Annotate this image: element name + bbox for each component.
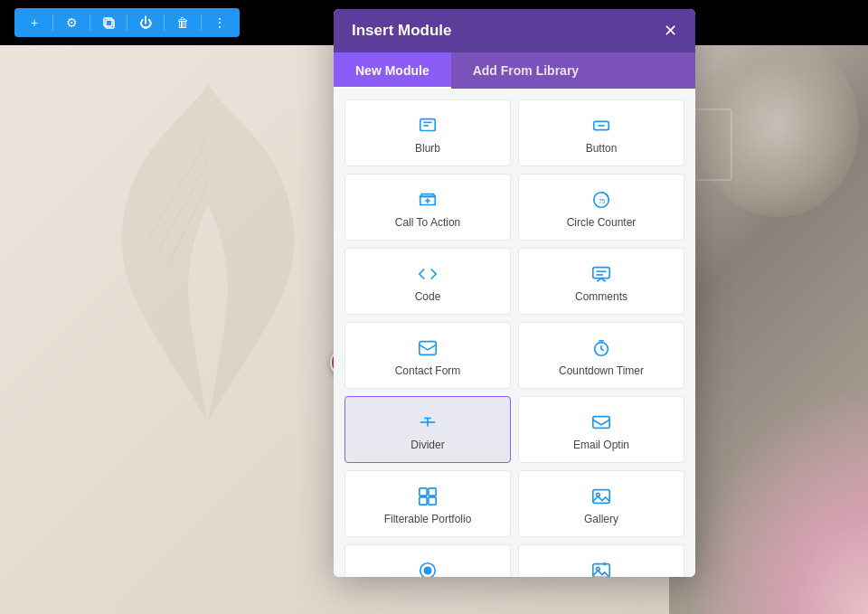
button-label: Button xyxy=(586,142,618,155)
svg-rect-23 xyxy=(420,497,427,505)
insert-module-modal: Insert Module ✕ New Module Add From Libr… xyxy=(334,9,695,577)
comments-label: Comments xyxy=(575,290,627,303)
svg-rect-11 xyxy=(593,268,609,279)
code-icon xyxy=(415,263,440,285)
filterable-portfolio-icon xyxy=(415,486,440,507)
module-item-countdown-timer[interactable]: Countdown Timer xyxy=(518,322,684,389)
module-item-button[interactable]: Button xyxy=(518,99,684,166)
modal-overlay: Insert Module ✕ New Module Add From Libr… xyxy=(0,0,868,614)
module-grid: Blurb Button Call To Action xyxy=(344,99,684,577)
cta-label: Call To Action xyxy=(395,216,461,229)
module-item-comments[interactable]: Comments xyxy=(518,248,684,315)
svg-text:75: 75 xyxy=(599,198,606,204)
module-item-circle-counter[interactable]: 75 Circle Counter xyxy=(518,174,684,241)
module-item-cta[interactable]: Call To Action xyxy=(344,174,511,241)
email-optin-icon xyxy=(589,411,614,433)
icon-module-icon xyxy=(415,560,440,577)
countdown-timer-label: Countdown Timer xyxy=(559,364,644,377)
blurb-label: Blurb xyxy=(415,142,440,155)
tab-new-module[interactable]: New Module xyxy=(334,52,451,89)
module-item-divider[interactable]: Divider xyxy=(344,396,511,463)
svg-rect-2 xyxy=(420,119,436,131)
circle-counter-icon: 75 xyxy=(589,189,614,211)
svg-rect-14 xyxy=(420,342,436,355)
module-item-email-optin[interactable]: Email Optin xyxy=(518,396,684,463)
svg-rect-24 xyxy=(429,497,436,505)
contact-form-icon xyxy=(415,337,440,359)
module-item-icon[interactable]: Icon xyxy=(344,544,511,577)
modal-header: Insert Module ✕ xyxy=(334,9,695,52)
divider-icon xyxy=(415,411,440,433)
divider-label: Divider xyxy=(410,439,444,451)
svg-rect-21 xyxy=(420,488,427,496)
module-item-contact-form[interactable]: Contact Form xyxy=(344,322,511,389)
blurb-icon xyxy=(415,115,440,137)
code-label: Code xyxy=(415,290,441,303)
module-item-gallery[interactable]: Gallery xyxy=(518,470,684,537)
countdown-timer-icon xyxy=(589,337,614,359)
svg-rect-20 xyxy=(593,417,609,429)
cta-icon xyxy=(415,189,440,211)
comments-icon xyxy=(589,263,614,285)
svg-rect-22 xyxy=(429,488,436,496)
gallery-label: Gallery xyxy=(584,513,618,525)
module-item-code[interactable]: Code xyxy=(344,248,511,315)
modal-tabs: New Module Add From Library xyxy=(334,52,695,89)
contact-form-label: Contact Form xyxy=(395,364,461,377)
module-item-blurb[interactable]: Blurb xyxy=(344,99,511,166)
gallery-icon xyxy=(589,486,614,507)
button-icon xyxy=(589,115,614,137)
circle-counter-label: Circle Counter xyxy=(567,216,637,229)
image-module-icon xyxy=(589,560,614,577)
svg-rect-25 xyxy=(593,490,609,504)
module-item-image[interactable]: Image xyxy=(518,544,684,577)
svg-point-28 xyxy=(424,567,430,573)
modal-content: Blurb Button Call To Action xyxy=(334,89,695,577)
tab-add-from-library[interactable]: Add From Library xyxy=(451,52,600,89)
module-item-filterable-portfolio[interactable]: Filterable Portfolio xyxy=(344,470,511,537)
email-optin-label: Email Optin xyxy=(573,439,629,451)
filterable-portfolio-label: Filterable Portfolio xyxy=(384,513,472,525)
modal-title: Insert Module xyxy=(352,22,452,40)
modal-close-button[interactable]: ✕ xyxy=(664,23,677,39)
